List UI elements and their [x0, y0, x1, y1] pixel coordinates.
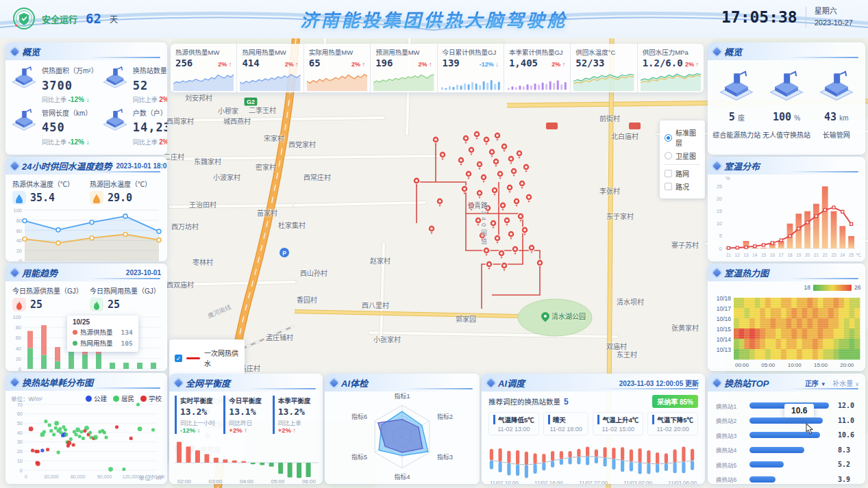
kpi-label: 预测用热量MW	[375, 47, 432, 57]
event-time: 11-02 13:00	[493, 426, 534, 433]
overview-right-label: 无人值守换热站	[762, 129, 812, 140]
svg-text:20: 20	[805, 253, 810, 257]
svg-text:指标3: 指标3	[437, 453, 453, 461]
svg-text:60: 60	[16, 228, 22, 234]
svg-text:10/15: 10/15	[717, 326, 732, 333]
overview-right-item: 5 座综合能源热力站	[712, 70, 762, 140]
svg-text:50: 50	[17, 420, 23, 426]
map-village-label: 杜家集村	[278, 220, 306, 230]
balance-stat: 实时平衡度13.2%同比上一小时-12% ↓	[175, 396, 219, 434]
station-bar[interactable]	[749, 418, 833, 424]
metric-dropdown[interactable]: 补水量 ∨	[832, 380, 859, 387]
station-label: 换热站6	[716, 475, 745, 483]
svg-text:20: 20	[717, 196, 722, 202]
layer-radio-label: 卫星图	[675, 151, 696, 161]
station-bar[interactable]	[749, 432, 833, 438]
overview-right-unit: %	[794, 114, 800, 122]
overview-right-unit: 座	[738, 114, 745, 122]
kpi-value-row: 52/33	[575, 57, 632, 68]
balance-stat-label: 今日平衡度	[229, 396, 268, 405]
event-time: 11-02 15:00	[597, 426, 638, 433]
svg-text:14: 14	[752, 253, 758, 257]
balance-stat: 今日平衡度13.1%同比昨日+2% ↑	[223, 396, 268, 434]
layer-check-label: 路况	[675, 181, 689, 192]
adoption-rate-badge: 采纳率 85%	[652, 395, 698, 408]
dispatch-event-card: 气温下降5℃11-02 20:00	[647, 412, 698, 435]
event-label: 气温上升4℃	[597, 415, 638, 424]
svg-text:10/18: 10/18	[717, 295, 732, 302]
svg-text:%: %	[726, 175, 730, 181]
svg-text:02:00: 02:00	[177, 478, 192, 484]
balance-chart: 02:0003:0004:0005:0006:00	[172, 435, 320, 484]
station-value: 11.0	[838, 417, 857, 424]
overview-item: 户数（户）14,238同比上季 2% ↑	[102, 108, 167, 148]
map-village-label: 北白庙村	[611, 131, 638, 141]
kpi-card: 供回水温度°C52/33	[570, 44, 636, 92]
panel-updated: 2023-11-03 12:00:05 更新	[619, 378, 699, 388]
dispatch-x-label: 11/03 02:00	[623, 480, 652, 484]
layer-radio[interactable]	[665, 134, 672, 142]
map-village-label: 二李王村	[249, 105, 276, 115]
station-bar[interactable]	[749, 461, 833, 467]
kpi-value-row: 1,4052% ↑	[509, 57, 565, 68]
kpi-sparkline	[507, 70, 567, 91]
dispatch-chart	[487, 437, 699, 480]
overview-right-unit: km	[839, 114, 848, 122]
kpi-card: 供回水压力MPa1.2/6.02% ↑	[637, 44, 704, 92]
svg-text:21: 21	[814, 253, 819, 257]
station-bar[interactable]	[749, 447, 833, 453]
kpi-card: 热源供热量MW2562% ↑	[171, 44, 236, 92]
overview-item-value: 450	[42, 120, 65, 134]
stat-value: 25	[108, 298, 120, 311]
layer-checkbox[interactable]	[665, 183, 672, 190]
station-bar[interactable]	[749, 476, 833, 483]
tooltip-title: 10/25	[73, 318, 133, 326]
svg-text:指标2: 指标2	[437, 413, 453, 420]
layer-check: 路网	[665, 168, 700, 179]
panel-date: 2023-10-01	[126, 269, 161, 277]
map-village-label: 长青路	[467, 200, 488, 210]
svg-text:15:00: 15:00	[814, 362, 828, 368]
svg-text:26: 26	[854, 284, 861, 291]
kpi-label: 热源供热量MW	[175, 47, 232, 57]
station-value: 8.3	[838, 446, 857, 454]
svg-text:20: 20	[17, 448, 23, 454]
map-village-label: 李张村	[599, 185, 620, 196]
kpi-card: 实际用热量MW652% ↑	[303, 44, 370, 92]
layer-radio[interactable]	[665, 152, 672, 159]
balance-stat-label: 实时平衡度	[180, 396, 219, 405]
svg-text:22: 22	[823, 253, 828, 257]
svg-text:指标5: 指标5	[351, 453, 367, 461]
svg-text:00:00: 00:00	[735, 362, 749, 368]
map-village-label: 西山孙村	[300, 268, 327, 278]
svg-text:11: 11	[726, 253, 731, 257]
map-layer-control: 标准图层卫星图 路网路况	[660, 120, 705, 198]
svg-text:60: 60	[16, 335, 21, 341]
flame-red-icon	[12, 298, 26, 311]
kpi-card: 预测用热量MW1962% ↑	[370, 44, 436, 92]
event-label: 气温下降5℃	[652, 415, 693, 424]
balance-stat-sub: 同比昨日	[229, 418, 268, 426]
panel-date: 2023-10-01 18:00	[116, 162, 167, 170]
stat-value: 25	[30, 298, 42, 311]
map-village-label: 西万坊村	[171, 221, 199, 231]
legend-checkbox[interactable]: ✓	[175, 355, 182, 362]
event-label: 气温降低5℃	[493, 415, 534, 424]
dispatch-x-label: 11/02 10:00	[490, 480, 519, 484]
map-vertical-road-label: 340国道	[480, 211, 488, 247]
dispatch-x-label: 11/03 06:00	[668, 480, 697, 484]
drop-orange-icon	[90, 191, 103, 205]
scatter-legend: 公建居民学校	[86, 394, 162, 403]
map-village-label: 西党家村	[288, 139, 316, 149]
stat-label: 热源供水温度（℃）	[12, 179, 83, 189]
overview-item: 供热面积（万m²）3700同比上季 -12% ↓	[11, 66, 98, 105]
isometric-station-icon	[769, 70, 804, 101]
kpi-sparkline	[641, 70, 701, 91]
panel-diamond-icon	[10, 378, 19, 387]
isometric-station-icon	[102, 66, 128, 88]
sort-dropdown[interactable]: 正序 ▼	[805, 380, 826, 387]
map-village-label: 宋家村	[264, 133, 284, 143]
scatter-x-unit: 单位：m²	[139, 473, 163, 481]
layer-checkbox[interactable]	[665, 170, 672, 177]
svg-text:80: 80	[16, 324, 21, 331]
